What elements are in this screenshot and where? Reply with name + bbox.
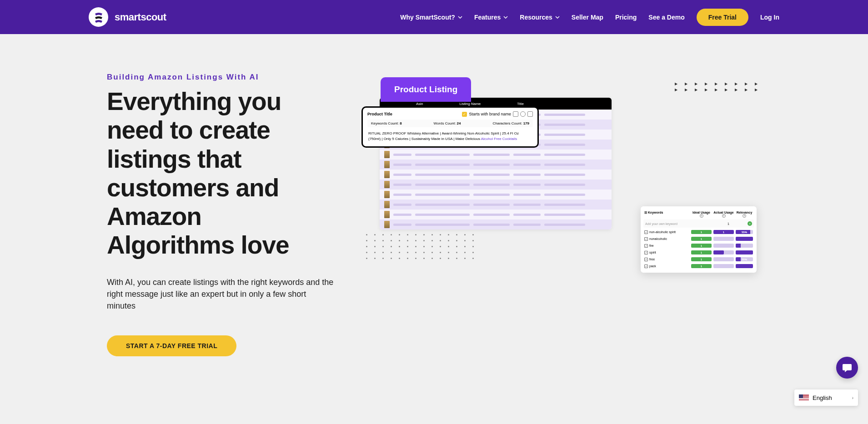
nav-login-label: Log In — [760, 14, 779, 21]
refresh-icon — [520, 111, 526, 117]
actual-usage-bar: 1 — [713, 250, 734, 254]
keyword-row: ✓spirit11 — [643, 249, 754, 255]
actual-usage-bar — [713, 257, 734, 261]
decoration-triangles: ▶▶▶▶▶▶▶▶▶▶▶▶▶▶▶▶▶▶ — [675, 82, 761, 92]
char-count-label: Characters Count: — [492, 121, 522, 125]
keyword-text: spirit — [649, 251, 656, 254]
keyword-text: pack — [649, 264, 656, 268]
keyword-text: non-alcoholic spirit — [649, 230, 676, 234]
checkbox-icon: ✓ — [644, 264, 648, 268]
nav-pricing[interactable]: Pricing — [615, 14, 637, 21]
actual-usage-bar — [713, 237, 734, 241]
product-title-card: Product Title ✓ Starts with brand name K… — [361, 106, 539, 148]
kw-count-value: 8 — [400, 121, 401, 125]
chevron-down-icon — [503, 16, 508, 19]
hero-section: Building Amazon Listings With AI Everyth… — [0, 34, 868, 356]
product-listing-tab: Product Listing — [381, 77, 471, 102]
table-row — [380, 210, 612, 219]
relevancy-bar: 55% — [736, 230, 753, 234]
checkbox-icon: ✓ — [644, 244, 648, 248]
chat-icon — [842, 362, 853, 373]
keyword-row: ✓pack1 — [643, 263, 754, 269]
hero-headline: Everything you need to create listings t… — [107, 87, 334, 260]
hero-illustration: ▶▶▶▶▶▶▶▶▶▶▶▶▶▶▶▶▶▶ Product Listing Asin … — [361, 73, 761, 273]
table-row — [380, 180, 612, 190]
product-title-text: RITUAL ZERO PROOF Whiskey Alternative | … — [367, 130, 533, 143]
brand-check-icon: ✓ — [462, 112, 467, 117]
keyword-row: ✓nonalcoholic1 — [643, 236, 754, 242]
keyword-add-row: Add your own keyword 1 + — [643, 219, 754, 228]
nav-features-label: Features — [474, 14, 501, 21]
start-trial-button[interactable]: START A 7-DAY FREE TRIAL — [107, 335, 236, 356]
actual-usage-bar: 1 — [713, 230, 734, 234]
table-row — [380, 219, 612, 229]
product-card-header: Product Title ✓ Starts with brand name — [367, 111, 533, 117]
table-row — [380, 190, 612, 200]
ideal-usage-bar: 1 — [691, 257, 712, 261]
kw-col-actual: Actual Usage — [713, 211, 733, 214]
relevancy-bar: 30% — [736, 257, 753, 261]
free-trial-label: Free Trial — [708, 14, 737, 21]
decoration-dots — [366, 234, 479, 259]
ideal-usage-bar: 1 — [691, 230, 712, 234]
nav-resources[interactable]: Resources — [520, 14, 560, 21]
col-title: Title — [517, 102, 524, 106]
char-count-value: 179 — [523, 121, 529, 125]
ideal-usage-bar: 1 — [691, 250, 712, 254]
nav-features[interactable]: Features — [474, 14, 508, 21]
chat-button[interactable] — [836, 357, 858, 379]
flag-us-icon — [799, 394, 809, 401]
nav-login[interactable]: Log In — [760, 14, 779, 21]
keywords-header: ☰ Keywords Ideal Usage ? Actual Usage ? … — [643, 209, 754, 219]
kw-col-ideal: Ideal Usage — [692, 211, 710, 214]
help-icon: ? — [700, 214, 703, 218]
relevancy-bar — [736, 244, 753, 248]
settings-icon — [527, 111, 533, 117]
table-row — [380, 200, 612, 210]
kw-col-relevancy: Relevancy — [737, 211, 753, 214]
keywords-panel: ☰ Keywords Ideal Usage ? Actual Usage ? … — [641, 206, 757, 273]
checkbox-icon: ✓ — [644, 230, 648, 234]
chevron-down-icon — [458, 16, 462, 19]
nav-sellermap[interactable]: Seller Map — [572, 14, 603, 21]
hero-copy: Building Amazon Listings With AI Everyth… — [107, 73, 334, 356]
ideal-usage-bar: 1 — [691, 237, 712, 241]
brand-check-label: Starts with brand name — [469, 112, 511, 116]
keyword-text: free — [649, 258, 655, 261]
kw-col-keywords: Keywords — [648, 211, 663, 214]
help-icon: ? — [722, 214, 726, 218]
checkbox-icon: ✓ — [644, 237, 648, 241]
ideal-usage-bar: 1 — [691, 264, 712, 268]
keyword-add-count: 1 — [728, 222, 729, 225]
keyword-add-placeholder: Add your own keyword — [645, 222, 728, 225]
nav-demo[interactable]: See a Demo — [648, 14, 684, 21]
product-text-highlight: Alcohol Free Cocktails — [481, 137, 517, 141]
copy-icon — [513, 111, 518, 117]
logo[interactable]: smartscout — [89, 7, 166, 27]
table-row — [380, 160, 612, 170]
free-trial-button[interactable]: Free Trial — [697, 9, 748, 26]
kw-count-label: Keywords Count: — [371, 121, 399, 125]
language-selector[interactable]: English › — [794, 389, 858, 406]
product-stats: Keywords Count: 8 Words Count: 24 Charac… — [367, 120, 533, 127]
header: smartscout Why SmartScout? Features Reso… — [0, 0, 868, 34]
col-asin: Asin — [416, 102, 423, 106]
chevron-down-icon — [555, 16, 560, 19]
logo-text: smartscout — [115, 11, 166, 23]
product-title-label: Product Title — [367, 112, 392, 116]
chevron-right-icon: › — [852, 395, 853, 400]
add-keyword-icon: + — [748, 221, 752, 226]
ideal-usage-bar: 1 — [691, 244, 712, 248]
table-row — [380, 170, 612, 180]
language-label: English — [813, 394, 832, 401]
help-icon: ? — [743, 214, 746, 218]
col-listing: Listing Name — [460, 102, 481, 106]
hero-eyebrow: Building Amazon Listings With AI — [107, 73, 334, 82]
word-count-value: 24 — [457, 121, 461, 125]
keyword-row: ✓free130% — [643, 256, 754, 262]
checkbox-icon: ✓ — [644, 258, 648, 261]
nav-why[interactable]: Why SmartScout? — [400, 14, 462, 21]
actual-usage-bar — [713, 244, 734, 248]
nav-why-label: Why SmartScout? — [400, 14, 455, 21]
hero-subhead: With AI, you can create listings with th… — [107, 276, 334, 312]
